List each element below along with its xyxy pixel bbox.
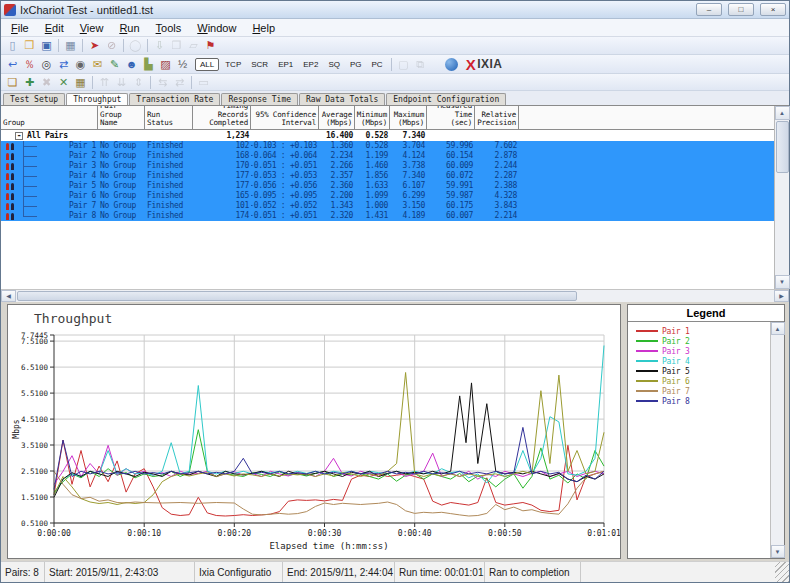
users-icon[interactable]: ☻: [123, 57, 140, 72]
relative-precision: 2.287: [475, 171, 519, 181]
col-header-relative-precision[interactable]: Relative Precision: [475, 106, 519, 129]
scroll-thumb[interactable]: [776, 121, 789, 173]
protocol-button-pg[interactable]: PG: [346, 59, 366, 70]
edit-script-icon[interactable]: ✎: [106, 57, 123, 72]
menu-help[interactable]: Help: [244, 21, 283, 35]
menu-edit[interactable]: Edit: [37, 21, 72, 35]
protocol-button-tcp[interactable]: TCP: [221, 59, 245, 70]
table-row-pair-7[interactable]: Pair 7No GroupFinished101-0.052 : +0.052…: [1, 201, 774, 211]
chart-icon[interactable]: ▙: [140, 57, 157, 72]
tree-line: [16, 171, 40, 181]
undo-icon[interactable]: ↩: [4, 57, 21, 72]
pair-label: Pair 3: [40, 161, 96, 171]
col-header-minimum[interactable]: Minimum (Mbps): [355, 106, 390, 129]
col-header-average[interactable]: Average (Mbps): [319, 106, 355, 129]
legend-item-pair-3[interactable]: Pair 3: [636, 346, 766, 356]
maximize-button[interactable]: □: [728, 3, 754, 16]
protocol-button-scr[interactable]: SCR: [247, 59, 272, 70]
group-pairs-icon: ▭: [195, 75, 212, 90]
table-row-pair-6[interactable]: Pair 6No GroupFinished165-0.095 : +0.095…: [1, 191, 774, 201]
tab-test-setup[interactable]: Test Setup: [3, 93, 65, 105]
menu-file[interactable]: File: [3, 21, 37, 35]
scroll-down-button[interactable]: ▼: [771, 545, 785, 558]
percentile-icon[interactable]: ％: [21, 57, 38, 72]
swap-endpoints-icon[interactable]: ✕: [55, 75, 72, 90]
close-button[interactable]: ×: [760, 3, 786, 16]
menu-view[interactable]: View: [72, 21, 112, 35]
col-header-confidence[interactable]: 95% Confidence Interval: [251, 106, 319, 129]
col-header-group[interactable]: Group: [1, 106, 98, 129]
group: Pair 6: [1, 191, 98, 201]
scroll-up-button[interactable]: ▲: [775, 106, 790, 120]
flag-icon[interactable]: ⚑: [202, 38, 219, 53]
new-test-icon[interactable]: ▯: [4, 38, 21, 53]
info-icon[interactable]: [445, 58, 458, 71]
legend-item-pair-7[interactable]: Pair 7: [636, 386, 766, 396]
add-pair-icon[interactable]: ✚: [21, 75, 38, 90]
grid-horizontal-scrollbar[interactable]: ◀ ▶: [1, 289, 789, 302]
protocol-button-all[interactable]: ALL: [195, 58, 219, 71]
col-header-measured-time[interactable]: Measured Time (sec): [427, 106, 475, 129]
col-header-pair-group-name[interactable]: Pair Group Name: [98, 106, 145, 129]
table-row-pair-1[interactable]: Pair 1No GroupFinished102-0.103 : +0.103…: [1, 141, 774, 151]
tab-response-time[interactable]: Response Time: [221, 93, 298, 105]
grid-vertical-scrollbar[interactable]: ▲ ▼: [774, 106, 789, 289]
protocol-button-ep1[interactable]: EP1: [274, 59, 297, 70]
scroll-left-button[interactable]: ◀: [1, 290, 16, 302]
move-down-icon: ⇊: [113, 75, 130, 90]
scroll-right-button[interactable]: ▶: [774, 290, 789, 302]
title-bar[interactable]: IxChariot Test - untitled1.tst – □ ×: [1, 1, 789, 19]
tab-throughput[interactable]: Throughput: [66, 93, 128, 105]
row-all-pairs[interactable]: -All Pairs1,23416.4000.5287.340: [1, 130, 774, 141]
tab-transaction-rate[interactable]: Transaction Rate: [129, 93, 220, 105]
table-row-pair-3[interactable]: Pair 3No GroupFinished170-0.051 : +0.051…: [1, 161, 774, 171]
print-icon[interactable]: ▦: [62, 38, 79, 53]
protocol-button-pc[interactable]: PC: [368, 59, 387, 70]
endpoint-pairs-icon[interactable]: ⇄: [55, 57, 72, 72]
email-icon[interactable]: ✉: [89, 57, 106, 72]
run-test-icon[interactable]: ➤: [86, 38, 103, 53]
table-row-pair-5[interactable]: Pair 5No GroupFinished177-0.056 : +0.056…: [1, 181, 774, 191]
scroll-down-button[interactable]: ▼: [775, 275, 790, 289]
legend-item-pair-5[interactable]: Pair 5: [636, 366, 766, 376]
binoculars-icon[interactable]: ◎: [38, 57, 55, 72]
collapse-icon[interactable]: -: [15, 132, 23, 140]
legend-item-pair-6[interactable]: Pair 6: [636, 376, 766, 386]
protocol-button-ep2[interactable]: EP2: [299, 59, 322, 70]
run-status: Finished: [145, 181, 193, 191]
x-tick-label: 0:00:30: [308, 529, 342, 538]
menu-run[interactable]: Run: [111, 21, 147, 35]
col-header-maximum[interactable]: Maximum (Mbps): [390, 106, 427, 129]
scroll-up-button[interactable]: ▲: [771, 322, 785, 335]
legend-item-pair-4[interactable]: Pair 4: [636, 356, 766, 366]
tab-raw-data-totals[interactable]: Raw Data Totals: [299, 93, 385, 105]
table-row-pair-8[interactable]: Pair 8No GroupFinished174-0.051 : +0.051…: [1, 211, 774, 221]
protocol-button-sq[interactable]: SQ: [324, 59, 344, 70]
minimize-button[interactable]: –: [696, 3, 722, 16]
legend-scrollbar[interactable]: ▲ ▼: [770, 322, 784, 558]
save-test-icon[interactable]: ▣: [38, 38, 55, 53]
tab-endpoint-configuration[interactable]: Endpoint Configuration: [386, 93, 506, 105]
scroll-thumb[interactable]: [17, 291, 577, 301]
legend-item-pair-2[interactable]: Pair 2: [636, 336, 766, 346]
col-header-timing-records[interactable]: Timing Records Completed: [193, 106, 251, 129]
camera-icon[interactable]: ◉: [72, 57, 89, 72]
table-row-pair-2[interactable]: Pair 2No GroupFinished168-0.064 : +0.064…: [1, 151, 774, 161]
maximum: 7.340: [390, 130, 427, 141]
resize-grip[interactable]: [775, 562, 789, 582]
legend-swatch: [636, 370, 658, 372]
menu-window[interactable]: Window: [189, 21, 244, 35]
legend-item-pair-1[interactable]: Pair 1: [636, 326, 766, 336]
sequence-icon[interactable]: ½: [174, 57, 191, 72]
multimedia-pair-icon[interactable]: ▦: [72, 75, 89, 90]
tree-line: [16, 201, 40, 211]
image-icon[interactable]: ▨: [157, 57, 174, 72]
table-row-pair-4[interactable]: Pair 4No GroupFinished177-0.053 : +0.053…: [1, 171, 774, 181]
clipboard-icon[interactable]: ❏: [4, 75, 21, 90]
legend-item-pair-8[interactable]: Pair 8: [636, 396, 766, 406]
menu-tools[interactable]: Tools: [148, 21, 190, 35]
legend-label: Pair 4: [662, 357, 690, 366]
open-test-icon[interactable]: ❒: [21, 38, 38, 53]
minimum: 0.528: [355, 141, 390, 151]
col-header-run-status[interactable]: Run Status: [145, 106, 193, 129]
